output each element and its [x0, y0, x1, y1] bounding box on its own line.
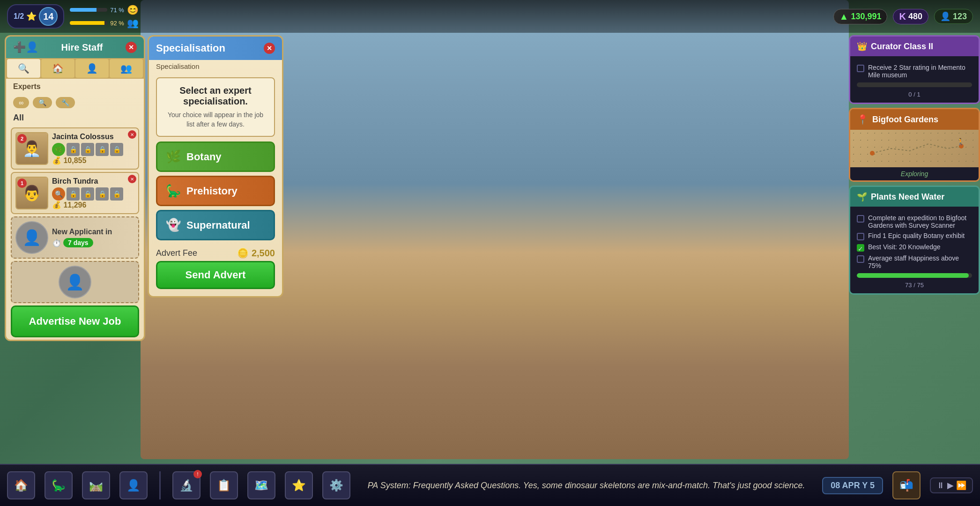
prehistory-label: Prehistory: [186, 185, 238, 197]
advertise-new-job-button[interactable]: Advertise New Job: [11, 305, 139, 337]
jacinta-avatar: 👨‍💼 2: [15, 132, 48, 165]
pa-message: PA System: Frequently Asked Questions. Y…: [360, 481, 813, 491]
staff-icon-button[interactable]: 👤: [119, 471, 148, 499]
plants-need-water-header: 🌱 Plants Need Water: [850, 187, 979, 207]
plants-progress-label: 73 / 75: [857, 282, 972, 289]
birch-info: Birch Tundra 🔍 🔒 🔒 🔒 🔒 💰 11,296: [52, 177, 134, 209]
visitors-icon: 👤: [940, 11, 950, 22]
tab-all[interactable]: 🔍: [7, 59, 40, 78]
jacinta-skill-botany: 🌿: [52, 143, 65, 156]
applicant-info: New Applicant in ⏱️ 7 days: [52, 228, 134, 247]
all-section-label: All: [6, 111, 144, 125]
info-icon-button[interactable]: 📋: [210, 471, 238, 499]
quest-task-happiness: Average staff Happiness above 75%: [857, 254, 972, 269]
build-icon-button[interactable]: 🏠: [7, 471, 35, 499]
curator-progress-label: 0 / 1: [857, 91, 972, 98]
filter-tools-btn[interactable]: 🔧: [56, 97, 75, 108]
expedition-checkbox: [857, 215, 864, 223]
speed-controls: ⏸ ▶ ⏩: [930, 477, 973, 493]
filter-all-btn[interactable]: ∞: [13, 97, 29, 108]
quest-task-botany-exhibit: Find 1 Epic quality Botany exhibit: [857, 232, 972, 240]
svg-point-0: [870, 151, 875, 156]
spec-option-prehistory[interactable]: 🦕 Prehistory: [156, 176, 275, 206]
hire-staff-panel: ➕👤 Hire Staff ✕ 🔍 🏠 👤 👥 Experts ∞ 🔍 🔧 Al…: [5, 35, 145, 341]
birch-avatar: 👨 1: [15, 177, 48, 209]
jacinta-lock-4: 🔒: [110, 143, 123, 156]
spec-option-botany[interactable]: 🌿 Botany: [156, 141, 275, 172]
timer-icon: ⏱️: [52, 238, 61, 247]
exhibits-icon-button[interactable]: 🦕: [45, 471, 73, 499]
tab-group[interactable]: 👥: [110, 59, 143, 78]
empty-avatar: 👤: [59, 266, 91, 298]
bottom-bar: 🏠 🦕 🛤️ 👤 🔬 ! 📋 🗺️ ⭐ ⚙️ PA System: Freque…: [0, 464, 980, 506]
bigfoot-gardens-header: 📍 Bigfoot Gardens: [850, 109, 979, 130]
star-fraction: 1/2: [14, 12, 24, 21]
jacinta-delete-button[interactable]: ✕: [128, 130, 136, 139]
spec-close-button[interactable]: ✕: [264, 43, 275, 54]
advert-coin-icon: 🪙: [237, 247, 249, 259]
best-visit-checkbox: ✓: [857, 244, 864, 252]
birch-level-badge: 1: [17, 179, 27, 188]
filter-search-btn[interactable]: 🔍: [33, 97, 52, 108]
quest-icon-crown: 👑: [857, 41, 867, 52]
advert-fee-row: Advert Fee 🪙 2,500: [156, 247, 275, 259]
hire-icon: ➕👤: [13, 41, 38, 53]
star-icon-button[interactable]: ⭐: [285, 471, 313, 499]
quest-pin-icon: 📍: [857, 114, 869, 125]
birch-cost: 💰 11,296: [52, 201, 134, 209]
specialisation-panel: Specialisation ✕ Specialisation Select a…: [148, 35, 283, 298]
birch-lock-4: 🔒: [110, 187, 123, 201]
birch-skill-search: 🔍: [52, 187, 65, 201]
hire-staff-close-button[interactable]: ✕: [126, 42, 137, 53]
botany-exhibit-text: Find 1 Epic quality Botany exhibit: [868, 232, 965, 239]
star-progress: 1/2 ⭐ 14: [7, 4, 64, 29]
new-applicant-card: 👤 New Applicant in ⏱️ 7 days: [11, 216, 139, 259]
star-icon: ⭐: [26, 11, 37, 22]
coin-icon: 💰: [52, 156, 61, 164]
birch-lock-2: 🔒: [81, 187, 94, 201]
supernatural-label: Supernatural: [186, 219, 250, 231]
empty-staff-slot: 👤: [11, 261, 139, 303]
path-icon-button[interactable]: 🛤️: [82, 471, 110, 499]
spec-select-desc: Your choice will appear in the job list …: [164, 111, 267, 129]
spec-option-supernatural[interactable]: 👻 Supernatural: [156, 210, 275, 240]
expert-filter-row: ∞ 🔍 🔧: [6, 95, 144, 111]
jacinta-info: Jacinta Colossus 🌿 🔒 🔒 🔒 🔒 💰 10,855: [52, 133, 134, 165]
bigfoot-gardens-quest: 📍 Bigfoot Gardens 🚶 Exploring: [849, 108, 980, 182]
plants-progress-fill: [857, 273, 969, 278]
birch-lock-3: 🔒: [96, 187, 109, 201]
prehistory-icon: 🦕: [166, 184, 181, 198]
map-path-svg: 🚶: [863, 134, 966, 163]
bigfoot-gardens-title: Bigfoot Gardens: [872, 115, 938, 125]
experts-label: Experts: [6, 79, 144, 95]
jacinta-name: Jacinta Colossus: [52, 133, 134, 141]
settings-icon-button[interactable]: ⚙️: [322, 471, 350, 499]
top-hud: 1/2 ⭐ 14 71 % 😊 92 %: [0, 0, 980, 33]
play-button[interactable]: ▶: [947, 480, 954, 491]
blue-progress-fill: [70, 8, 97, 12]
tab-building[interactable]: 🏠: [41, 59, 74, 78]
jacinta-skill-icons: 🌿 🔒 🔒 🔒 🔒: [52, 143, 134, 156]
happiness-checkbox: [857, 255, 864, 263]
advert-fee-label: Advert Fee: [156, 248, 197, 258]
quest-task-expedition: Complete an expedition to Bigfoot Garden…: [857, 214, 972, 229]
yellow-progress-bar: [70, 21, 107, 25]
map-icon-button[interactable]: 🗺️: [247, 471, 275, 499]
mail-icon-button[interactable]: 📬: [892, 471, 921, 499]
advert-fee-amount: 2,500: [252, 248, 275, 259]
hire-staff-title: Hire Staff: [61, 42, 103, 53]
applicant-avatar: 👤: [15, 221, 48, 254]
applicant-label: New Applicant in: [52, 228, 134, 236]
fast-forward-button[interactable]: ⏩: [956, 480, 966, 491]
research-icon-button[interactable]: 🔬 !: [172, 471, 200, 499]
jacinta-level-badge: 2: [17, 134, 27, 143]
tab-person[interactable]: 👤: [75, 59, 109, 78]
birch-delete-button[interactable]: ✕: [128, 175, 136, 183]
pause-button[interactable]: ⏸: [936, 481, 945, 491]
jacinta-lock-3: 🔒: [96, 143, 109, 156]
visitors-display: 👤 123: [934, 9, 973, 24]
expedition-text: Complete an expedition to Bigfoot Garden…: [868, 214, 972, 229]
curator-class-body: Receive 2 Star rating in Memento Mile mu…: [850, 56, 979, 103]
send-advert-button[interactable]: Send Advert: [156, 261, 275, 289]
yellow-progress-fill: [70, 21, 104, 25]
